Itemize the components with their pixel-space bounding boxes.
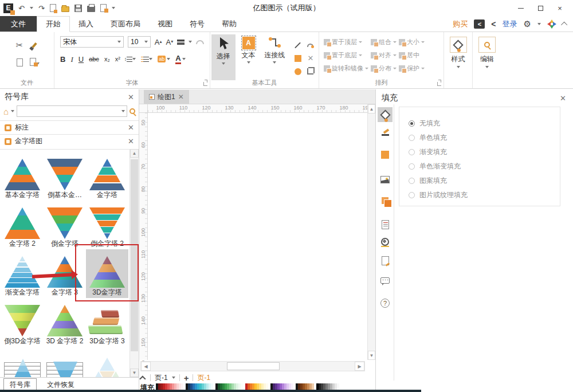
brand-suite-icon[interactable] bbox=[547, 19, 556, 29]
superscript-button[interactable]: x² bbox=[115, 56, 120, 62]
radio-icon[interactable] bbox=[409, 178, 415, 184]
scroll-up-icon[interactable]: ▲ bbox=[130, 149, 139, 158]
page-setup-icon[interactable] bbox=[378, 253, 393, 268]
tab-开始[interactable]: 开始 bbox=[37, 16, 70, 32]
drawing-page[interactable] bbox=[148, 113, 367, 360]
tab-插入[interactable]: 插入 bbox=[70, 16, 102, 32]
gallery-item-基本金字塔[interactable]: 基本金字塔 bbox=[1, 152, 44, 201]
home-dropdown-icon[interactable] bbox=[11, 110, 14, 112]
arrange-item[interactable]: 置于底层 bbox=[324, 50, 368, 60]
tab-帮助[interactable]: 帮助 bbox=[213, 16, 245, 32]
gallery-item[interactable] bbox=[1, 347, 44, 377]
page-dropdown-icon[interactable] bbox=[172, 377, 175, 379]
home-icon[interactable]: ⌂ bbox=[3, 107, 9, 116]
gallery-item-倒金字塔 2[interactable]: 倒金字塔 2 bbox=[86, 201, 128, 249]
document-tab-close-icon[interactable]: ✕ bbox=[178, 93, 184, 101]
fill-panel-close-icon[interactable]: ✕ bbox=[560, 94, 566, 103]
collapse-pagebar-icon[interactable] bbox=[139, 375, 146, 382]
subscript-button[interactable]: x₂ bbox=[104, 56, 110, 62]
style-dropdown-icon[interactable] bbox=[457, 66, 460, 68]
scroll-down-icon[interactable]: ▼ bbox=[368, 351, 375, 360]
symbol-search-box[interactable] bbox=[17, 105, 127, 117]
font-name-combo[interactable]: 宋体 bbox=[60, 36, 124, 48]
text-arc-icon[interactable] bbox=[196, 40, 204, 44]
bullet-list-button[interactable] bbox=[141, 57, 152, 62]
undo-icon[interactable]: ↶ bbox=[18, 5, 25, 12]
font-dialog-launcher-icon[interactable] bbox=[203, 82, 207, 86]
share-box-icon[interactable]: < bbox=[474, 19, 485, 29]
radio-icon[interactable] bbox=[409, 135, 415, 141]
section-pyramid-close-icon[interactable]: ✕ bbox=[128, 137, 134, 146]
font-color-button[interactable]: A bbox=[175, 54, 185, 64]
open-file-icon[interactable] bbox=[61, 6, 69, 12]
underline-button[interactable]: U bbox=[79, 56, 84, 63]
scroll-right-icon[interactable]: ▶ bbox=[355, 362, 364, 371]
current-page-label[interactable]: 页-1 bbox=[197, 373, 210, 383]
paragraph-dropdown-icon[interactable] bbox=[189, 41, 192, 43]
symbol-search-input[interactable] bbox=[19, 107, 121, 115]
settings-gear-icon[interactable]: ⚙ bbox=[524, 19, 531, 29]
section-callouts[interactable]: 标注 ✕ bbox=[0, 120, 139, 134]
connector-dropdown-icon[interactable] bbox=[273, 61, 276, 64]
grow-font-button[interactable]: A bbox=[155, 38, 162, 46]
gallery-item-3D 金字塔 2[interactable]: 3D 金字塔 2 bbox=[44, 298, 86, 347]
gallery-item-金字塔[interactable]: 金字塔 bbox=[86, 152, 128, 201]
gallery-item-3D金字塔 3[interactable]: 3D金字塔 3 bbox=[86, 298, 128, 347]
text-dropdown-icon[interactable] bbox=[247, 61, 250, 64]
copy-icon[interactable] bbox=[17, 58, 23, 66]
select-tool-button[interactable]: 选择 bbox=[211, 34, 236, 80]
gallery-item-金字塔 2[interactable]: 金字塔 2 bbox=[1, 201, 44, 249]
select-dropdown-icon[interactable] bbox=[222, 62, 225, 65]
search-dropdown-icon[interactable] bbox=[121, 110, 125, 112]
fill-option-单色渐变填充[interactable]: 单色渐变填充 bbox=[409, 159, 560, 174]
ellipse-tool-icon[interactable] bbox=[295, 68, 301, 75]
gallery-item[interactable] bbox=[44, 347, 86, 377]
shrink-font-button[interactable]: A bbox=[166, 38, 174, 46]
radio-icon[interactable] bbox=[409, 149, 415, 155]
theme-layers-icon[interactable] bbox=[378, 193, 393, 208]
text-tool-button[interactable]: A 文本 bbox=[237, 34, 261, 80]
minimize-button[interactable] bbox=[511, 1, 531, 15]
arrange-item[interactable]: 分布 bbox=[371, 64, 397, 73]
clipboard-icon[interactable] bbox=[100, 4, 107, 12]
fill-option-图片或纹理填充[interactable]: 图片或纹理填充 bbox=[409, 188, 560, 202]
format-painter-icon[interactable] bbox=[32, 42, 37, 48]
arrange-item[interactable]: 居中 bbox=[399, 50, 425, 60]
horizontal-scrollbar[interactable]: ◀ ▶ bbox=[140, 361, 365, 371]
rectangle-tool-icon[interactable] bbox=[295, 55, 301, 62]
scrollbar-thumb[interactable] bbox=[227, 362, 280, 370]
save-icon[interactable] bbox=[74, 5, 82, 12]
cut-icon[interactable]: ✂ bbox=[16, 40, 23, 50]
new-document-icon[interactable] bbox=[50, 4, 56, 12]
arrange-item[interactable]: 置于顶层 bbox=[324, 37, 368, 46]
document-properties-icon[interactable] bbox=[378, 217, 393, 232]
gallery-item-倒金字塔[interactable]: 倒金字塔 bbox=[44, 201, 86, 249]
comments-icon[interactable] bbox=[378, 273, 393, 288]
tab-file[interactable]: 文件 bbox=[0, 16, 37, 32]
fill-option-无填充[interactable]: 无填充 bbox=[409, 116, 560, 131]
panel-tab-文件恢复[interactable]: 文件恢复 bbox=[42, 379, 79, 391]
help-icon[interactable]: ? bbox=[378, 296, 393, 311]
share-icon[interactable]: < bbox=[491, 19, 496, 29]
gallery-item-倒基本金…[interactable]: 倒基本金… bbox=[44, 152, 86, 201]
crop-tool-icon[interactable] bbox=[307, 68, 313, 75]
scroll-down-icon[interactable]: ▼ bbox=[130, 369, 139, 377]
tab-视图[interactable]: 视图 bbox=[149, 16, 181, 32]
image-icon[interactable] bbox=[378, 172, 393, 187]
redo-icon[interactable]: ↷ bbox=[38, 5, 45, 12]
collapse-ribbon-icon[interactable] bbox=[561, 21, 567, 28]
highlight-button[interactable]: ab bbox=[158, 56, 170, 62]
buy-button[interactable]: 购买 bbox=[453, 19, 468, 29]
symbol-panel-close-icon[interactable]: ✕ bbox=[128, 93, 134, 101]
quick-access-dropdown-icon[interactable] bbox=[112, 7, 115, 9]
add-page-button[interactable]: + bbox=[184, 373, 189, 383]
tab-页面布局[interactable]: 页面布局 bbox=[102, 16, 149, 32]
globe-icon[interactable] bbox=[378, 234, 393, 249]
shape-icon[interactable] bbox=[378, 147, 393, 162]
paragraph-icon[interactable] bbox=[177, 40, 185, 45]
connector-tool-button[interactable]: 连接线 bbox=[261, 34, 288, 80]
fill-option-渐变填充[interactable]: 渐变填充 bbox=[409, 145, 560, 159]
page-tab[interactable]: 页-1 bbox=[155, 373, 168, 383]
arrange-item[interactable]: 旋转和镜像 bbox=[324, 64, 368, 73]
gallery-item-渐变金字塔[interactable]: 渐变金字塔 bbox=[1, 249, 44, 298]
